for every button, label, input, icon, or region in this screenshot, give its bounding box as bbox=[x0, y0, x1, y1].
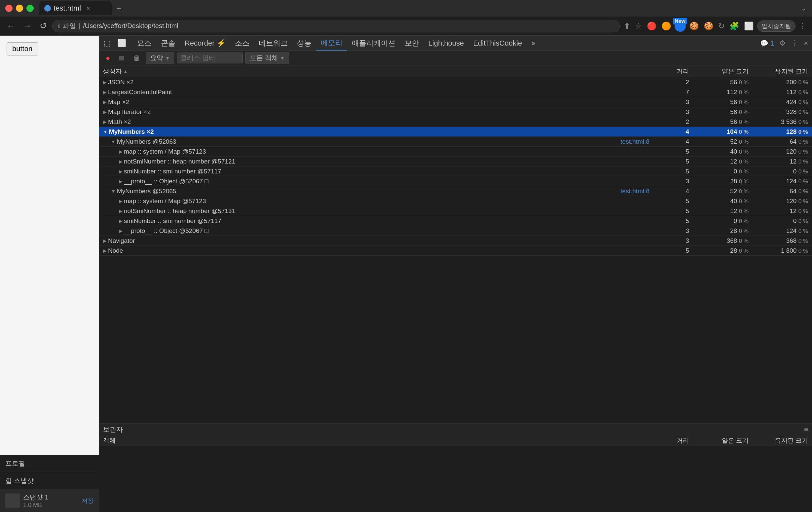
table-row[interactable]: ▶smiNumber :: smi number @57117 5 0 0 % … bbox=[99, 216, 812, 226]
tab-more[interactable]: » bbox=[527, 36, 540, 51]
table-row-mynumbers[interactable]: ▼MyNumbers ×2 4 104 0 % 128 0 % bbox=[99, 127, 812, 137]
table-row[interactable]: ▶Navigator 3 368 0 % 368 0 % bbox=[99, 236, 812, 246]
tab-recorder[interactable]: Recorder ⚡ bbox=[180, 36, 230, 51]
tab-lighthouse[interactable]: Lighthouse bbox=[424, 36, 469, 51]
cell-name: ▶Math ×2 bbox=[103, 118, 649, 125]
table-row[interactable]: ▶Map Iterator ×2 3 56 0 % 328 0 % bbox=[99, 107, 812, 117]
header-shallow: 얕은 크기 bbox=[689, 67, 749, 76]
bookmark-button[interactable]: ☆ bbox=[634, 20, 643, 32]
devtools-close[interactable]: × bbox=[801, 39, 811, 48]
extension-orange-button[interactable]: 🟠 bbox=[660, 20, 673, 32]
browser-window: test.html × + ⌄ ← → ↺ ℹ 파일 | /Users/ycef… bbox=[0, 0, 812, 512]
cell-name: ▶Node bbox=[103, 247, 649, 254]
chat-button[interactable]: 💬 1 bbox=[757, 39, 777, 47]
table-row[interactable]: ▶JSON ×2 2 56 0 % 200 0 % bbox=[99, 77, 812, 87]
tab-maximize[interactable]: ⌄ bbox=[795, 4, 812, 12]
table-row[interactable]: ▶notSmiNumber :: heap number @57131 5 12… bbox=[99, 206, 812, 216]
profile-button[interactable]: ⬜ bbox=[743, 20, 755, 32]
tab-application[interactable]: 애플리케이션 bbox=[347, 36, 400, 51]
cell-shallow: 56 0 % bbox=[689, 98, 749, 106]
clear-button[interactable]: 🗑 bbox=[130, 53, 143, 64]
table-row[interactable]: ▶__proto__ :: Object @52067 □ 3 28 0 % 1… bbox=[99, 176, 812, 186]
tab-editthiscookie[interactable]: EditThisCookie bbox=[468, 36, 527, 51]
table-row[interactable]: ▼MyNumbers @52065 test.html:8 4 52 0 % 6… bbox=[99, 186, 812, 196]
cell-retained: 0 0 % bbox=[749, 168, 808, 175]
cookie2-button[interactable]: 🍪 bbox=[702, 20, 715, 32]
chrome-menu[interactable]: ⋮ bbox=[798, 20, 808, 32]
tab-console[interactable]: 콘솔 bbox=[156, 36, 180, 51]
stop-button[interactable]: ⏹ bbox=[115, 53, 128, 64]
retainer-menu-icon[interactable]: ≡ bbox=[804, 426, 808, 433]
cell-retained: 12 0 % bbox=[749, 207, 808, 215]
tab-network[interactable]: 네트워크 bbox=[254, 36, 292, 51]
source-link[interactable]: test.html:8 bbox=[620, 138, 649, 145]
all-objects-label: 모든 객체 bbox=[250, 54, 278, 62]
cell-distance: 7 bbox=[649, 88, 689, 96]
reload-button[interactable]: ↺ bbox=[37, 20, 50, 32]
new-badge: New bbox=[673, 18, 687, 24]
inspect-element-button[interactable]: ⬚ bbox=[100, 39, 114, 48]
tab-elements[interactable]: 요소 bbox=[133, 36, 156, 51]
tab-sources[interactable]: 소스 bbox=[230, 36, 254, 51]
tab-add-button[interactable]: + bbox=[112, 1, 126, 15]
cell-retained: 128 0 % bbox=[749, 128, 808, 136]
class-filter-input[interactable] bbox=[177, 53, 243, 63]
puzzle-button[interactable]: 🧩 bbox=[728, 20, 741, 32]
share-button[interactable]: ⬆ bbox=[622, 20, 632, 32]
back-button[interactable]: ← bbox=[4, 20, 18, 32]
all-objects-dropdown[interactable]: 모든 객체 ▼ bbox=[245, 52, 289, 64]
table-row[interactable]: ▶__proto__ :: Object @52067 □ 3 28 0 % 1… bbox=[99, 226, 812, 236]
traffic-light-green[interactable] bbox=[26, 5, 34, 12]
cell-name: ▶Navigator bbox=[103, 237, 649, 245]
heap-snapshot-section[interactable]: 힙 스냅샷 bbox=[0, 472, 99, 489]
table-row[interactable]: ▶map :: system / Map @57123 5 40 0 % 120… bbox=[99, 147, 812, 157]
summary-dropdown[interactable]: 요약 ▼ bbox=[146, 52, 174, 64]
account-button[interactable]: 일시중지됨 bbox=[757, 21, 795, 32]
tab-close-button[interactable]: × bbox=[86, 5, 90, 12]
devtools-more[interactable]: ⋮ bbox=[788, 39, 801, 48]
snapshot-item[interactable]: 스냅샷 1 1.0 MB 저장 bbox=[0, 489, 99, 512]
settings-button[interactable]: ⚙ bbox=[777, 39, 788, 48]
cell-name: ▶__proto__ :: Object @52067 □ bbox=[103, 227, 649, 234]
device-mode-button[interactable]: ⬜ bbox=[114, 39, 129, 48]
table-row[interactable]: ▼MyNumbers @52063 test.html:8 4 52 0 % 6… bbox=[99, 137, 812, 147]
active-tab[interactable]: test.html × bbox=[39, 1, 112, 15]
extension-red-button[interactable]: 🔴 bbox=[645, 20, 658, 32]
nav-bar: ← → ↺ ℹ 파일 | /Users/yceffort/Desktop/tes… bbox=[0, 17, 812, 36]
refresh-ext-button[interactable]: ↻ bbox=[717, 20, 726, 32]
table-row[interactable]: ▶LargestContentfulPaint 7 112 0 % 112 0 … bbox=[99, 87, 812, 97]
table-header: 생성자 ▲ 거리 얕은 크기 유지된 크기 bbox=[99, 65, 812, 77]
retainer-col-object: 객체 bbox=[103, 436, 649, 445]
table-row[interactable]: ▶Map ×2 3 56 0 % 424 0 % bbox=[99, 97, 812, 107]
cell-retained: 368 0 % bbox=[749, 237, 808, 245]
cell-distance: 5 bbox=[649, 247, 689, 254]
cell-shallow: 112 0 % bbox=[689, 88, 749, 96]
traffic-light-yellow[interactable] bbox=[16, 5, 23, 12]
record-button[interactable]: ● bbox=[103, 53, 113, 64]
profile-section[interactable]: 프로필 bbox=[0, 455, 99, 472]
cell-shallow: 56 0 % bbox=[689, 108, 749, 116]
table-row[interactable]: ▶smiNumber :: smi number @57117 5 0 0 % … bbox=[99, 167, 812, 176]
traffic-light-red[interactable] bbox=[5, 5, 12, 12]
tab-security[interactable]: 보안 bbox=[400, 36, 424, 51]
forward-button[interactable]: → bbox=[21, 20, 34, 32]
tab-memory[interactable]: 메모리 bbox=[316, 36, 347, 51]
source-link-2[interactable]: test.html:8 bbox=[620, 188, 649, 195]
table-row[interactable]: ▶Math ×2 2 56 0 % 3 536 0 % bbox=[99, 117, 812, 127]
cell-name: ▼MyNumbers @52063 test.html:8 bbox=[103, 138, 649, 145]
address-bar[interactable]: ℹ 파일 | /Users/yceffort/Desktop/test.html bbox=[52, 20, 620, 32]
address-file-label: 파일 bbox=[63, 22, 76, 30]
cell-distance: 4 bbox=[649, 128, 689, 136]
table-row[interactable]: ▶Node 5 28 0 % 1 800 0 % bbox=[99, 246, 812, 256]
retainer-body bbox=[99, 446, 812, 512]
tab-performance[interactable]: 성능 bbox=[292, 36, 316, 51]
webpage-content: button bbox=[0, 36, 99, 455]
cookie-button[interactable]: 🍪 bbox=[688, 20, 700, 32]
snapshot-save-button[interactable]: 저장 bbox=[82, 497, 93, 505]
header-constructor[interactable]: 생성자 ▲ bbox=[103, 67, 649, 76]
address-lock-icon: ℹ bbox=[58, 23, 60, 30]
cell-shallow: 40 0 % bbox=[689, 198, 749, 205]
table-row[interactable]: ▶notSmiNumber :: heap number @57121 5 12… bbox=[99, 157, 812, 167]
page-button[interactable]: button bbox=[7, 42, 38, 56]
table-row[interactable]: ▶map :: system / Map @57123 5 40 0 % 120… bbox=[99, 196, 812, 206]
